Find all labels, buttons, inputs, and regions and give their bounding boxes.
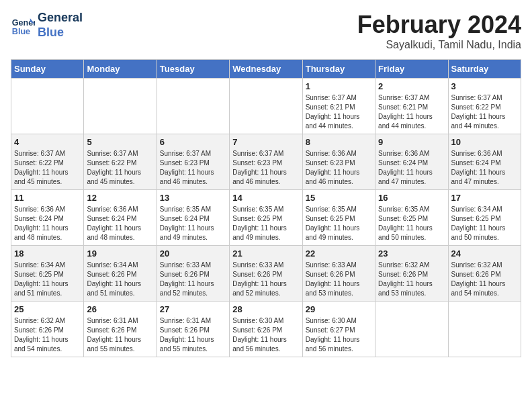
cell-info: Sunrise: 6:31 AM Sunset: 6:26 PM Dayligh… [87,316,153,354]
logo: General Blue General Blue [11,11,83,40]
col-header-saturday: Saturday [448,60,521,79]
cell-info: Sunrise: 6:30 AM Sunset: 6:27 PM Dayligh… [306,316,372,354]
calendar-cell [230,79,302,134]
calendar-cell [448,302,521,357]
cell-info: Sunrise: 6:32 AM Sunset: 6:26 PM Dayligh… [378,261,445,298]
calendar-cell: 9Sunrise: 6:36 AM Sunset: 6:24 PM Daylig… [375,134,448,190]
cell-info: Sunrise: 6:36 AM Sunset: 6:24 PM Dayligh… [87,205,153,242]
cell-info: Sunrise: 6:37 AM Sunset: 6:22 PM Dayligh… [451,93,518,131]
day-number: 18 [14,248,81,259]
cell-info: Sunrise: 6:35 AM Sunset: 6:24 PM Dayligh… [160,205,226,242]
day-number: 9 [378,137,445,147]
day-number: 15 [306,193,372,203]
calendar-cell [157,79,229,134]
cell-info: Sunrise: 6:33 AM Sunset: 6:26 PM Dayligh… [160,261,226,298]
cell-info: Sunrise: 6:34 AM Sunset: 6:25 PM Dayligh… [451,205,518,242]
calendar-cell: 3Sunrise: 6:37 AM Sunset: 6:22 PM Daylig… [448,79,521,134]
cell-info: Sunrise: 6:31 AM Sunset: 6:26 PM Dayligh… [160,316,226,354]
calendar-cell: 5Sunrise: 6:37 AM Sunset: 6:22 PM Daylig… [84,134,157,190]
cell-info: Sunrise: 6:35 AM Sunset: 6:25 PM Dayligh… [232,205,299,242]
cell-info: Sunrise: 6:36 AM Sunset: 6:23 PM Dayligh… [306,149,372,187]
calendar-cell: 23Sunrise: 6:32 AM Sunset: 6:26 PM Dayli… [375,246,448,302]
cell-info: Sunrise: 6:33 AM Sunset: 6:26 PM Dayligh… [232,261,299,298]
cell-info: Sunrise: 6:36 AM Sunset: 6:24 PM Dayligh… [451,149,518,187]
calendar-cell: 25Sunrise: 6:32 AM Sunset: 6:26 PM Dayli… [11,302,84,357]
day-number: 6 [160,137,226,147]
day-number: 23 [378,248,445,259]
logo-blue: Blue [38,26,83,40]
day-number: 3 [451,81,518,91]
calendar-cell: 29Sunrise: 6:30 AM Sunset: 6:27 PM Dayli… [302,302,375,357]
day-number: 28 [232,304,299,314]
col-header-thursday: Thursday [302,60,375,79]
day-number: 10 [451,137,518,147]
calendar-cell: 11Sunrise: 6:36 AM Sunset: 6:24 PM Dayli… [11,190,84,246]
calendar-cell [11,79,84,134]
cell-info: Sunrise: 6:36 AM Sunset: 6:24 PM Dayligh… [378,149,445,187]
general-blue-logo-icon: General Blue [11,13,35,38]
day-number: 21 [232,248,299,259]
day-number: 12 [87,193,153,203]
calendar-cell: 26Sunrise: 6:31 AM Sunset: 6:26 PM Dayli… [84,302,157,357]
calendar-cell: 14Sunrise: 6:35 AM Sunset: 6:25 PM Dayli… [230,190,302,246]
cell-info: Sunrise: 6:34 AM Sunset: 6:25 PM Dayligh… [14,261,81,298]
calendar-cell: 15Sunrise: 6:35 AM Sunset: 6:25 PM Dayli… [302,190,375,246]
week-row-5: 25Sunrise: 6:32 AM Sunset: 6:26 PM Dayli… [11,302,521,357]
calendar-cell: 10Sunrise: 6:36 AM Sunset: 6:24 PM Dayli… [448,134,521,190]
cell-info: Sunrise: 6:32 AM Sunset: 6:26 PM Dayligh… [14,316,81,354]
calendar-cell: 24Sunrise: 6:32 AM Sunset: 6:26 PM Dayli… [448,246,521,302]
calendar-cell: 17Sunrise: 6:34 AM Sunset: 6:25 PM Dayli… [448,190,521,246]
cell-info: Sunrise: 6:37 AM Sunset: 6:22 PM Dayligh… [14,149,81,187]
day-number: 13 [160,193,226,203]
month-title: February 2024 [357,11,521,39]
cell-info: Sunrise: 6:32 AM Sunset: 6:26 PM Dayligh… [451,261,518,298]
calendar-cell: 4Sunrise: 6:37 AM Sunset: 6:22 PM Daylig… [11,134,84,190]
col-header-sunday: Sunday [11,60,84,79]
day-number: 20 [160,248,226,259]
calendar-cell: 21Sunrise: 6:33 AM Sunset: 6:26 PM Dayli… [230,246,302,302]
week-row-3: 11Sunrise: 6:36 AM Sunset: 6:24 PM Dayli… [11,190,521,246]
calendar-cell: 6Sunrise: 6:37 AM Sunset: 6:23 PM Daylig… [157,134,229,190]
calendar-cell [84,79,157,134]
day-number: 7 [232,137,299,147]
cell-info: Sunrise: 6:37 AM Sunset: 6:23 PM Dayligh… [160,149,226,187]
cell-info: Sunrise: 6:33 AM Sunset: 6:26 PM Dayligh… [306,261,372,298]
calendar-cell: 28Sunrise: 6:30 AM Sunset: 6:26 PM Dayli… [230,302,302,357]
col-header-friday: Friday [375,60,448,79]
day-number: 27 [160,304,226,314]
day-number: 29 [306,304,372,314]
calendar-cell [375,302,448,357]
day-number: 17 [451,193,518,203]
logo-general: General [38,11,83,26]
day-number: 26 [87,304,153,314]
calendar-cell: 22Sunrise: 6:33 AM Sunset: 6:26 PM Dayli… [302,246,375,302]
cell-info: Sunrise: 6:35 AM Sunset: 6:25 PM Dayligh… [378,205,445,242]
cell-info: Sunrise: 6:35 AM Sunset: 6:25 PM Dayligh… [306,205,372,242]
header: General Blue General Blue February 2024 … [11,11,521,51]
day-number: 14 [232,193,299,203]
day-number: 1 [306,81,372,91]
col-header-tuesday: Tuesday [157,60,229,79]
cell-info: Sunrise: 6:37 AM Sunset: 6:21 PM Dayligh… [306,93,372,131]
calendar-cell: 19Sunrise: 6:34 AM Sunset: 6:26 PM Dayli… [84,246,157,302]
calendar-cell: 2Sunrise: 6:37 AM Sunset: 6:21 PM Daylig… [375,79,448,134]
location-title: Sayalkudi, Tamil Nadu, India [357,39,521,51]
col-header-monday: Monday [84,60,157,79]
day-number: 16 [378,193,445,203]
calendar-cell: 12Sunrise: 6:36 AM Sunset: 6:24 PM Dayli… [84,190,157,246]
day-number: 4 [14,137,81,147]
calendar-cell: 1Sunrise: 6:37 AM Sunset: 6:21 PM Daylig… [302,79,375,134]
day-number: 19 [87,248,153,259]
day-number: 8 [306,137,372,147]
calendar-cell: 18Sunrise: 6:34 AM Sunset: 6:25 PM Dayli… [11,246,84,302]
svg-text:Blue: Blue [12,26,30,36]
title-area: February 2024 Sayalkudi, Tamil Nadu, Ind… [357,11,521,51]
day-number: 22 [306,248,372,259]
calendar-cell: 8Sunrise: 6:36 AM Sunset: 6:23 PM Daylig… [302,134,375,190]
cell-info: Sunrise: 6:34 AM Sunset: 6:26 PM Dayligh… [87,261,153,298]
cell-info: Sunrise: 6:36 AM Sunset: 6:24 PM Dayligh… [14,205,81,242]
day-number: 11 [14,193,81,203]
header-row: SundayMondayTuesdayWednesdayThursdayFrid… [11,60,521,79]
calendar-cell: 16Sunrise: 6:35 AM Sunset: 6:25 PM Dayli… [375,190,448,246]
day-number: 2 [378,81,445,91]
